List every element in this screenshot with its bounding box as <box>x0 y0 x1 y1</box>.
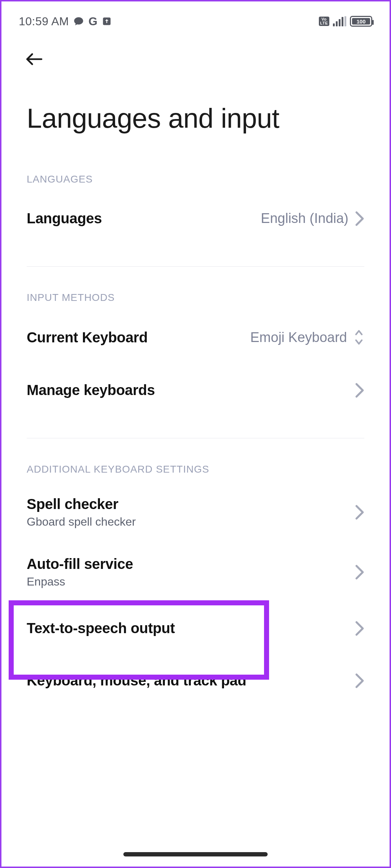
status-time: 10:59 AM <box>19 15 69 28</box>
volte-icon: VoLTE <box>319 17 329 26</box>
back-button[interactable] <box>23 48 45 70</box>
row-current-keyboard-value: Emoji Keyboard <box>250 330 347 345</box>
row-languages[interactable]: Languages English (India) <box>1 192 390 245</box>
row-manage-keyboards-title: Manage keyboards <box>27 382 155 398</box>
section-header-additional: ADDITIONAL KEYBOARD SETTINGS <box>1 438 390 482</box>
row-autofill-title: Auto-fill service <box>27 556 133 572</box>
chevron-right-icon <box>355 621 364 636</box>
gesture-bar[interactable] <box>123 852 268 856</box>
chevron-right-icon <box>355 673 364 689</box>
row-spell-checker-sub: Gboard spell checker <box>27 515 136 529</box>
chevron-right-icon <box>355 382 364 398</box>
chevron-right-icon <box>355 564 364 580</box>
row-autofill-service[interactable]: Auto-fill service Enpass <box>1 542 390 602</box>
row-current-keyboard[interactable]: Current Keyboard Emoji Keyboard <box>1 311 390 364</box>
row-autofill-sub: Enpass <box>27 575 133 588</box>
row-text-to-speech[interactable]: Text-to-speech output <box>1 602 390 654</box>
chevron-right-icon <box>355 504 364 520</box>
chat-bubble-icon <box>73 16 84 27</box>
section-header-input-methods: INPUT METHODS <box>1 267 390 311</box>
battery-level: 100 <box>356 18 365 25</box>
signal-icon <box>333 16 346 26</box>
row-languages-value: English (India) <box>261 211 348 226</box>
chevron-right-icon <box>355 211 364 227</box>
row-manage-keyboards[interactable]: Manage keyboards <box>1 364 390 416</box>
status-right: VoLTE 100 <box>319 16 372 27</box>
battery-icon: 100 <box>350 16 372 27</box>
arrow-left-icon <box>24 49 44 69</box>
google-icon: G <box>88 15 97 28</box>
status-left: 10:59 AM G <box>19 15 112 28</box>
row-keyboard-mouse-trackpad[interactable]: Keyboard, mouse, and track pad <box>1 654 390 707</box>
row-languages-title: Languages <box>27 210 102 227</box>
chevron-up-down-icon <box>353 329 364 346</box>
row-tts-title: Text-to-speech output <box>27 620 175 636</box>
row-kmt-title: Keyboard, mouse, and track pad <box>27 672 246 689</box>
page-title: Languages and input <box>1 74 390 148</box>
section-header-languages: LANGUAGES <box>1 148 390 192</box>
upload-icon <box>102 16 112 26</box>
row-spell-checker-title: Spell checker <box>27 496 136 512</box>
status-bar: 10:59 AM G VoLTE 100 <box>1 1 390 34</box>
row-current-keyboard-title: Current Keyboard <box>27 329 148 346</box>
row-spell-checker[interactable]: Spell checker Gboard spell checker <box>1 482 390 542</box>
